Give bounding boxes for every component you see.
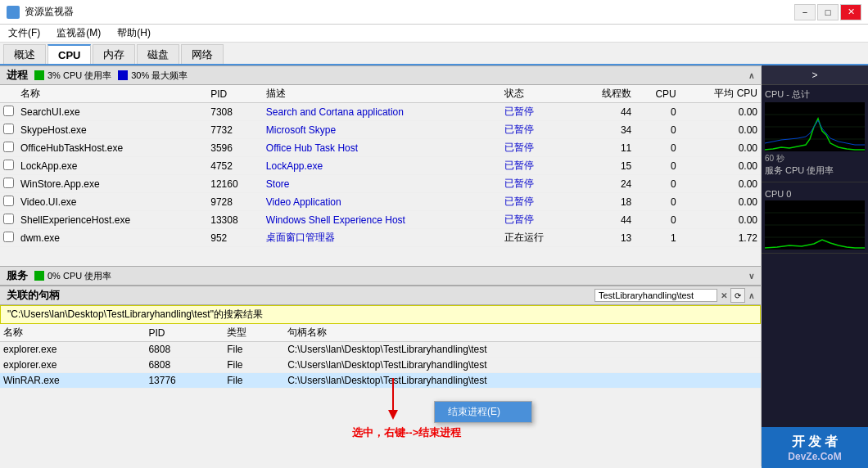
handle-col-handle[interactable]: 句柄名称: [284, 324, 761, 342]
cpu0-svg: [765, 200, 865, 250]
col-cpu[interactable]: CPU: [635, 85, 679, 103]
table-row[interactable]: Video.UI.exe 9728 Video Application 已暂停 …: [0, 193, 761, 211]
process-cpu: 0: [635, 103, 679, 121]
process-threads: 24: [576, 175, 635, 193]
chart-time-label: 60 秒: [765, 153, 865, 164]
right-panel: > CPU - 总计 60 秒 服务 CPU 使用率: [762, 65, 868, 466]
table-row[interactable]: dwm.exe 952 桌面窗口管理器 正在运行 13 1 1.72: [0, 229, 761, 247]
process-cpu: 0: [635, 175, 679, 193]
table-row[interactable]: LockApp.exe 4752 LockApp.exe 已暂停 15 0 0.…: [0, 157, 761, 175]
list-item[interactable]: explorer.exe 6808 File C:\Users\lan\Desk…: [0, 342, 761, 358]
list-item[interactable]: explorer.exe 6808 File C:\Users\lan\Desk…: [0, 358, 761, 373]
process-threads: 15: [576, 157, 635, 175]
process-name: LockApp.exe: [17, 157, 207, 175]
handles-chevron[interactable]: ∧: [748, 291, 754, 300]
handle-name: explorer.exe: [0, 342, 145, 358]
tab-memory[interactable]: 内存: [93, 44, 135, 64]
expand-icon: >: [811, 70, 817, 81]
process-cpu: 0: [635, 211, 679, 229]
process-pid: 9728: [207, 193, 263, 211]
table-row[interactable]: WinStore.App.exe 12160 Store 已暂停 24 0 0.…: [0, 175, 761, 193]
handles-thead: 名称 PID 类型 句柄名称: [0, 324, 761, 342]
end-process-menu-item[interactable]: 结束进程(E): [435, 402, 531, 422]
max-freq-label: 30% 最大频率: [131, 70, 188, 82]
process-name: SkypeHost.exe: [17, 121, 207, 139]
cpu-total-chart-section: CPU - 总计 60 秒 服务 CPU 使用率: [762, 85, 868, 182]
processes-section-header[interactable]: 进程 3% CPU 使用率 30% 最大频率 ∧: [0, 65, 761, 85]
processes-table: 名称 PID 描述 状态 线程数 CPU 平均 CPU SearchUI.exe…: [0, 85, 761, 247]
col-status[interactable]: 状态: [501, 85, 576, 103]
handles-section-header[interactable]: 关联的句柄 ✕ ⟳ ∧: [0, 286, 761, 305]
process-threads: 13: [576, 229, 635, 247]
processes-chevron-up[interactable]: ∧: [748, 71, 754, 80]
services-chevron[interactable]: ∨: [748, 272, 754, 281]
col-name[interactable]: 名称: [17, 85, 207, 103]
tab-overview[interactable]: 概述: [3, 44, 46, 64]
menu-monitor[interactable]: 监视器(M): [52, 25, 106, 42]
handle-name: WinRAR.exe: [0, 373, 145, 389]
row-checkbox[interactable]: [0, 157, 17, 175]
clear-search-button[interactable]: ✕: [721, 291, 727, 300]
table-row[interactable]: SkypeHost.exe 7732 Microsoft Skype 已暂停 3…: [0, 121, 761, 139]
expand-right-panel[interactable]: >: [762, 65, 868, 85]
services-cpu-label: 0% CPU 使用率: [47, 270, 111, 282]
row-checkbox[interactable]: [0, 175, 17, 193]
table-row[interactable]: OfficeHubTaskHost.exe 3596 Office Hub Ta…: [0, 139, 761, 157]
handle-col-name[interactable]: 名称: [0, 324, 145, 342]
process-avg-cpu: 0.00: [680, 211, 761, 229]
window-title: 资源监视器: [25, 5, 74, 19]
minimize-button[interactable]: −: [794, 4, 816, 20]
list-item[interactable]: WinRAR.exe 13776 File C:\Users\lan\Deskt…: [0, 373, 761, 389]
process-desc: 桌面窗口管理器: [263, 229, 501, 247]
handle-path: C:\Users\lan\Desktop\TestLibraryhandling…: [284, 342, 761, 358]
handle-col-type[interactable]: 类型: [224, 324, 284, 342]
process-status: 已暂停: [501, 175, 576, 193]
row-checkbox[interactable]: [0, 121, 17, 139]
maximize-button[interactable]: □: [817, 4, 839, 20]
tab-cpu[interactable]: CPU: [47, 44, 91, 64]
menu-help[interactable]: 帮助(H): [112, 25, 156, 42]
services-section-header[interactable]: 服务 0% CPU 使用率 ∨: [0, 266, 761, 286]
process-name: SearchUI.exe: [17, 103, 207, 121]
cpu-total-svg: [765, 102, 865, 151]
process-avg-cpu: 0.00: [680, 175, 761, 193]
col-avg-cpu[interactable]: 平均 CPU: [680, 85, 761, 103]
process-table: 名称 PID 描述 状态 线程数 CPU 平均 CPU SearchUI.exe…: [0, 85, 761, 266]
handle-col-pid[interactable]: PID: [145, 324, 224, 342]
process-name: dwm.exe: [17, 229, 207, 247]
search-result-header: "C:\Users\lan\Desktop\TestLibraryhandlin…: [0, 305, 761, 324]
process-avg-cpu: 1.72: [680, 229, 761, 247]
row-checkbox[interactable]: [0, 139, 17, 157]
services-section: 服务 0% CPU 使用率 ∨: [0, 266, 761, 286]
process-threads: 34: [576, 121, 635, 139]
col-threads[interactable]: 线程数: [576, 85, 635, 103]
process-status: 已暂停: [501, 121, 576, 139]
context-menu[interactable]: 结束进程(E): [434, 401, 532, 423]
tab-bar: 概述 CPU 内存 磁盘 网络: [0, 43, 868, 65]
row-checkbox[interactable]: [0, 211, 17, 229]
cpu-total-label: CPU - 总计: [765, 88, 865, 101]
process-threads: 44: [576, 211, 635, 229]
close-button[interactable]: ✕: [840, 4, 861, 20]
handles-search-input[interactable]: [594, 289, 717, 302]
row-checkbox[interactable]: [0, 229, 17, 247]
refresh-search-button[interactable]: ⟳: [730, 288, 745, 303]
handle-name: explorer.exe: [0, 358, 145, 373]
row-checkbox[interactable]: [0, 103, 17, 121]
row-checkbox[interactable]: [0, 193, 17, 211]
process-desc: Microsoft Skype: [263, 121, 501, 139]
tab-network[interactable]: 网络: [181, 44, 224, 64]
table-row[interactable]: ShellExperienceHost.exe 13308 Windows Sh…: [0, 211, 761, 229]
process-avg-cpu: 0.00: [680, 193, 761, 211]
handle-path: C:\Users\lan\Desktop\TestLibraryhandling…: [284, 358, 761, 373]
col-pid[interactable]: PID: [207, 85, 263, 103]
menu-file[interactable]: 文件(F): [3, 25, 45, 42]
process-status: 已暂停: [501, 211, 576, 229]
cpu-total-chart: [765, 102, 865, 151]
handles-table: 名称 PID 类型 句柄名称 explorer.exe 6808 File C:…: [0, 324, 761, 389]
table-row[interactable]: SearchUI.exe 7308 Search and Cortana app…: [0, 103, 761, 121]
process-avg-cpu: 0.00: [680, 139, 761, 157]
processes-thead: 名称 PID 描述 状态 线程数 CPU 平均 CPU: [0, 85, 761, 103]
tab-disk[interactable]: 磁盘: [137, 44, 179, 64]
col-desc[interactable]: 描述: [263, 85, 501, 103]
